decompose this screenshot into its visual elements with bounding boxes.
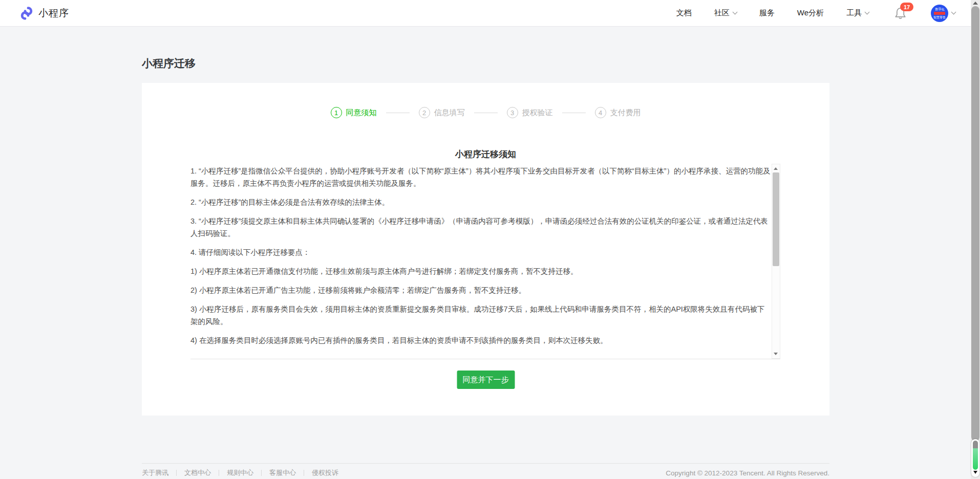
notice-paragraph: 3) 小程序迁移后，原有服务类目会失效，须用目标主体的资质重新提交服务类目审核。… [190,303,771,328]
step-connector [386,113,410,113]
copyright-text: Copyright © 2012-2023 Tencent. All Right… [666,469,829,477]
agree-next-button[interactable]: 同意并下一步 [457,371,515,389]
notice-paragraph: 3. “小程序迁移”须提交原主体和目标主体共同确认签署的《小程序迁移申请函》（申… [190,215,771,239]
footer-divider [142,463,829,464]
avatar-red-band [934,12,945,15]
notice-paragraph: 4. 请仔细阅读以下小程序迁移要点： [190,246,771,258]
scroll-down-arrow-icon[interactable] [774,353,778,355]
nav-community[interactable]: 社区 [714,8,737,18]
wizard-stepper: 1 同意须知 2 信息填写 3 授权验证 4 支付费用 [142,107,829,118]
brand-home-link[interactable]: 小程序 [19,6,69,20]
miniprogram-logo-icon [19,6,34,20]
step-number: 1 [331,107,342,118]
notice-paragraph: 2. “小程序迁移”的目标主体必须是合法有效存续的法律主体。 [190,196,771,208]
page: 小程序 文档 社区 服务 We分析 工具 17 数字化 [0,0,980,479]
step-number: 2 [419,107,430,118]
step-number: 3 [507,107,518,118]
main-nav: 文档 社区 服务 We分析 工具 17 数字化 智慧零售 [676,5,955,22]
divider [304,470,304,476]
footer-link-about-tencent[interactable]: 关于腾讯 [142,468,168,477]
notice-title: 小程序迁移须知 [142,148,829,160]
page-scrollbar-thumb[interactable] [971,6,979,441]
divider [261,470,262,476]
step-label: 信息填写 [434,108,465,118]
page-title: 小程序迁移 [142,56,196,71]
notification-badge: 17 [900,3,913,11]
step-label: 授权验证 [522,108,553,118]
notice-paragraph: 2) 小程序原主体若已开通广告主功能，迁移前须将账户余额清零；若绑定广告服务商，… [190,284,771,296]
footer-link-rules-center[interactable]: 规则中心 [227,468,253,477]
step-connector [562,113,586,113]
notifications-button[interactable]: 17 [894,7,906,19]
step-connector [474,113,498,113]
notice-paragraph: 1) 小程序原主体若已开通微信支付功能，迁移生效前须与原主体商户号进行解绑；若绑… [190,265,771,277]
footer-link-infringement-complaint[interactable]: 侵权投诉 [312,468,338,477]
chevron-down-icon [951,10,956,15]
avatar: 数字化 智慧零售 [931,5,948,22]
step-3-auth-verify: 3 授权验证 [507,107,553,118]
scroll-up-arrow-icon[interactable] [973,2,978,5]
chevron-down-icon [732,10,737,15]
footer-link-docs-center[interactable]: 文档中心 [184,468,211,477]
nav-services[interactable]: 服务 [759,8,775,18]
footer: 关于腾讯 文档中心 规则中心 客服中心 侵权投诉 Copyright © 201… [142,468,829,477]
widget-green-indicator [973,448,978,470]
scrollbar-bottom-widget[interactable] [971,439,979,477]
step-2-fill-info: 2 信息填写 [419,107,465,118]
scroll-down-arrow-icon[interactable] [973,471,977,474]
top-navigation-bar: 小程序 文档 社区 服务 We分析 工具 17 数字化 [0,0,980,27]
notice-scroll-area[interactable]: 1. “小程序迁移”是指微信公众平台提供的，协助小程序账号开发者（以下简称“原主… [190,164,780,359]
step-label: 支付费用 [610,108,641,118]
widget-gray-cap [973,441,978,448]
brand-title: 小程序 [38,7,69,20]
account-menu[interactable]: 数字化 智慧零售 [931,5,955,22]
notice-paragraph: 1. “小程序迁移”是指微信公众平台提供的，协助小程序账号开发者（以下简称“原主… [190,165,771,189]
nav-tools[interactable]: 工具 [846,8,869,18]
divider [176,470,177,476]
notice-scrollbar[interactable] [772,164,780,359]
notice-paragraph: 4) 在选择服务类目时必须选择原账号内已有插件的服务类目，若目标主体的资质申请不… [190,334,771,346]
step-label: 同意须知 [346,108,377,118]
divider [219,470,219,476]
footer-link-support-center[interactable]: 客服中心 [269,468,296,477]
step-4-pay-fee: 4 支付费用 [595,107,641,118]
notice-text: 1. “小程序迁移”是指微信公众平台提供的，协助小程序账号开发者（以下简称“原主… [190,164,771,359]
nav-docs[interactable]: 文档 [676,8,692,18]
step-number: 4 [595,107,606,118]
step-1-agree-notice: 1 同意须知 [331,107,377,118]
nav-we-analytics[interactable]: We分析 [797,8,824,18]
chevron-down-icon [865,10,870,15]
migration-card: 1 同意须知 2 信息填写 3 授权验证 4 支付费用 小程序迁移须知 1. [142,83,829,416]
scroll-up-arrow-icon[interactable] [774,167,778,170]
notice-scrollbar-thumb[interactable] [773,172,779,266]
page-scrollbar[interactable] [971,0,980,479]
